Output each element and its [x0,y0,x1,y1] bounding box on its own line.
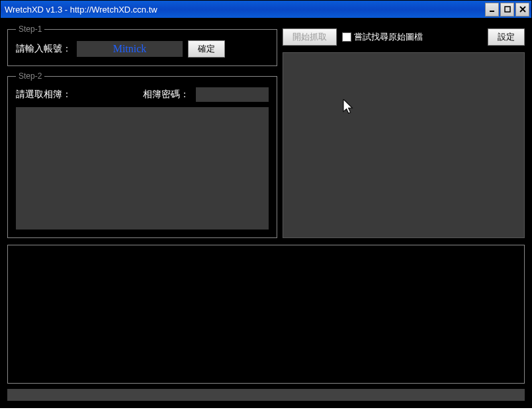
svg-rect-1 [505,7,510,12]
minimize-button[interactable] [485,3,499,17]
top-row: Step-1 請輸入帳號： 確定 Step-2 請選取相簿： 相簿密碼： [7,24,525,238]
account-input[interactable] [77,41,183,57]
client-area: Step-1 請輸入帳號： 確定 Step-2 請選取相簿： 相簿密碼： [1,18,531,407]
app-window: WretchXD v1.3 - http://WretchXD.ccn.tw S… [0,0,532,408]
maximize-icon [504,6,511,13]
window-controls [485,3,529,17]
log-area [7,245,525,384]
maximize-button[interactable] [500,3,514,17]
step2-group: Step-2 請選取相簿： 相簿密碼： [7,71,277,238]
right-toolbar: 開始抓取 嘗試找尋原始圖檔 設定 [283,24,525,52]
confirm-button[interactable]: 確定 [188,40,225,58]
original-image-checkbox-wrap[interactable]: 嘗試找尋原始圖檔 [342,31,423,43]
close-button[interactable] [515,3,529,17]
original-image-checkbox-label: 嘗試找尋原始圖檔 [354,31,423,43]
album-list[interactable] [16,107,269,230]
settings-button[interactable]: 設定 [488,28,525,46]
step2-legend: Step-2 [16,71,44,81]
account-label: 請輸入帳號： [16,43,71,55]
step1-group: Step-1 請輸入帳號： 確定 [7,24,277,66]
step1-row: 請輸入帳號： 確定 [16,40,269,58]
checkbox-icon [342,32,351,42]
left-column: Step-1 請輸入帳號： 確定 Step-2 請選取相簿： 相簿密碼： [7,24,277,238]
preview-area [283,52,525,238]
close-icon [519,6,526,13]
select-album-label: 請選取相簿： [16,89,71,101]
step1-legend: Step-1 [16,24,44,34]
step2-header: 請選取相簿： 相簿密碼： [16,87,269,102]
album-password-label: 相簿密碼： [143,89,189,101]
titlebar: WretchXD v1.3 - http://WretchXD.ccn.tw [1,1,531,18]
svg-rect-0 [490,11,494,12]
album-password-input[interactable] [196,87,269,102]
window-title: WretchXD v1.3 - http://WretchXD.ccn.tw [5,5,157,15]
right-column: 開始抓取 嘗試找尋原始圖檔 設定 [283,24,525,238]
minimize-icon [489,6,496,13]
status-bar [7,389,525,401]
cursor-icon [343,99,355,115]
start-grab-button[interactable]: 開始抓取 [283,28,337,46]
